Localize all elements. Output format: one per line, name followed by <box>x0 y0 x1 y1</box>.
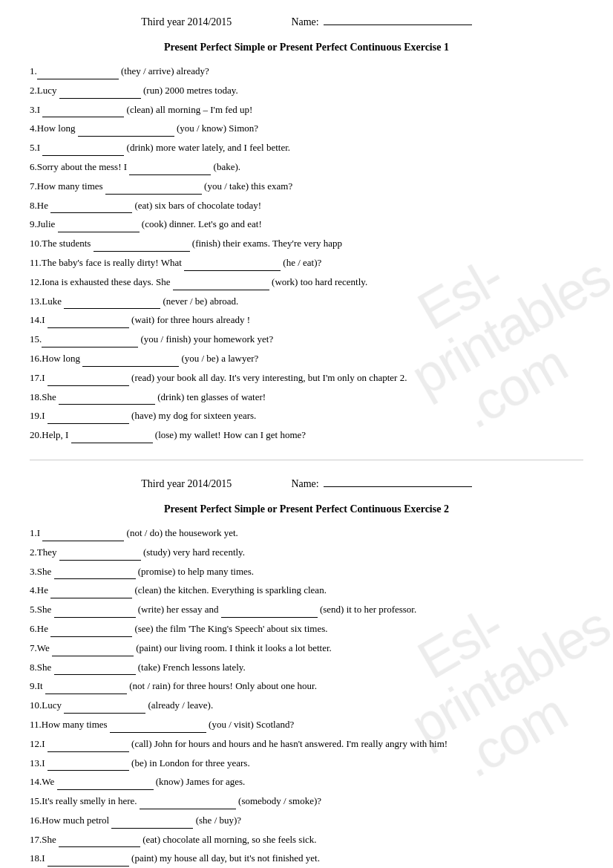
line-7: 7.How many times (you / take) this exam? <box>30 179 583 195</box>
ex2-line-8: 8.She (take) French lessons lately. <box>30 660 583 676</box>
ex2-line-4: 4.He (clean) the kitchen. Everything is … <box>30 583 583 598</box>
exercise2-title: Present Perfect Simple or Present Perfec… <box>30 503 583 515</box>
ex2-line-1: 1.I (not / do) the housework yet. <box>30 526 583 541</box>
ex2-line-16: 16.How much petrol (she / buy)? <box>30 813 583 829</box>
ex2-blank-9-1 <box>45 685 127 694</box>
blank-14-1 <box>47 319 129 328</box>
blank-9-1 <box>58 223 140 232</box>
ex2-blank-5-1 <box>54 608 136 618</box>
ex2-blank-13-1 <box>47 761 129 771</box>
blank-18-1 <box>59 395 155 405</box>
blank-20-1 <box>71 434 153 443</box>
blank-13-1 <box>64 299 160 309</box>
ex2-blank-16-1 <box>111 819 193 829</box>
ex2-blank-3-1 <box>54 570 136 579</box>
line-12: 12.Iona is exhausted these days. She (wo… <box>30 275 583 290</box>
ex2-blank-1-1 <box>42 532 124 541</box>
ex2-blank-12-1 <box>47 743 129 752</box>
header1-name-line <box>324 15 472 25</box>
line-9: 9.Julie (cook) dinner. Let's go and eat! <box>30 217 583 232</box>
blank-19-1 <box>47 414 129 424</box>
ex2-blank-6-1 <box>50 627 132 637</box>
blank-11-1 <box>184 261 281 271</box>
ex2-blank-5-2 <box>221 608 318 618</box>
ex2-line-10: 10.Lucy (already / leave). <box>30 698 583 714</box>
blank-5-1 <box>42 146 124 156</box>
ex2-line-12: 12.I (call) John for hours and hours and… <box>30 737 583 752</box>
blank-15-1 <box>42 338 138 347</box>
blank-4-1 <box>78 127 174 137</box>
line-15: 15. (you / finish) your homework yet? <box>30 332 583 347</box>
line-2: 2.Lucy (run) 2000 metres today. <box>30 83 583 99</box>
blank-7-1 <box>105 185 202 195</box>
ex2-blank-15-1 <box>140 800 236 809</box>
line-1: 1. (they / arrive) already? <box>30 64 583 79</box>
exercise1-title: Present Perfect Simple or Present Perfec… <box>30 42 583 53</box>
blank-10-1 <box>94 242 190 252</box>
ex2-blank-4-1 <box>50 589 132 598</box>
line-6: 6.Sorry about the mess! I (bake). <box>30 160 583 175</box>
blank-6-1 <box>129 166 211 175</box>
ex2-line-5: 5.She (write) her essay and (send) it to… <box>30 602 583 618</box>
ex2-blank-2-1 <box>59 551 141 561</box>
line-18: 18.She (drink) ten glasses of water! <box>30 390 583 405</box>
line-14: 14.I (wait) for three hours already ! <box>30 313 583 328</box>
line-3: 3.I (clean) all morning – I'm fed up! <box>30 102 583 118</box>
line-17: 17.I (read) your book all day. It's very… <box>30 371 583 386</box>
header1: Third year 2014/2015 Name: <box>30 15 583 28</box>
ex2-line-7: 7.We (paint) our living room. I think it… <box>30 641 583 656</box>
line-19: 19.I (have) my dog for sixteen years. <box>30 408 583 424</box>
line-4: 4.How long (you / know) Simon? <box>30 121 583 137</box>
ex2-line-18: 18.I (paint) my house all day, but it's … <box>30 851 583 867</box>
blank-16-1 <box>82 357 179 367</box>
ex2-blank-7-1 <box>52 647 134 656</box>
line-5: 5.I (drink) more water lately, and I fee… <box>30 140 583 156</box>
line-13: 13.Luke (never / be) abroad. <box>30 294 583 310</box>
header2-title: Third year 2014/2015 <box>141 478 232 490</box>
ex2-line-11: 11.How many times (you / visit) Scotland… <box>30 717 583 733</box>
section-divider <box>30 460 583 460</box>
blank-3-1 <box>42 108 124 117</box>
line-16: 16.How long (you / be) a lawyer? <box>30 351 583 367</box>
header1-name-label: Name: <box>291 16 318 28</box>
header1-title: Third year 2014/2015 <box>141 16 232 28</box>
header2-name: Name: <box>291 477 471 490</box>
header2: Third year 2014/2015 Name: <box>30 477 583 490</box>
ex2-blank-8-1 <box>54 665 136 675</box>
ex2-blank-18-1 <box>47 857 129 867</box>
ex2-line-15: 15.It's really smelly in here. (somebody… <box>30 794 583 809</box>
header2-name-label: Name: <box>291 478 318 490</box>
ex2-line-13: 13.I (be) in London for three years. <box>30 756 583 771</box>
ex2-line-9: 9.It (not / rain) for three hours! Only … <box>30 679 583 694</box>
ex2-blank-17-1 <box>59 838 140 847</box>
ex2-line-2: 2.They (study) very hard recently. <box>30 545 583 561</box>
line-11: 11.The baby's face is really dirty! What… <box>30 255 583 271</box>
line-20: 20.Help, I (lose) my wallet! How can I g… <box>30 428 583 443</box>
ex2-line-3: 3.She (promise) to help many times. <box>30 564 583 580</box>
ex2-blank-14-1 <box>57 780 154 790</box>
exercise2-section: 1.I (not / do) the housework yet. 2.They… <box>30 526 583 868</box>
blank-17-1 <box>47 376 129 386</box>
page: Third year 2014/2015 Name: Present Perfe… <box>30 15 583 868</box>
line-10: 10.The students (finish) their exams. Th… <box>30 236 583 252</box>
blank-8-1 <box>50 203 132 213</box>
ex2-blank-11-1 <box>110 723 206 733</box>
header2-name-line <box>324 477 472 487</box>
ex2-line-6: 6.He (see) the film 'The King's Speech' … <box>30 621 583 637</box>
blank-12-1 <box>173 281 269 290</box>
blank-1-1 <box>37 70 119 79</box>
blank-2-1 <box>59 89 141 99</box>
ex2-blank-10-1 <box>64 704 145 714</box>
line-8: 8.He (eat) six bars of chocolate today! <box>30 198 583 214</box>
exercise1-section: 1. (they / arrive) already? 2.Lucy (run)… <box>30 64 583 443</box>
ex2-line-17: 17.She (eat) chocolate all morning, so s… <box>30 832 583 848</box>
header1-name: Name: <box>291 15 471 28</box>
ex2-line-14: 14.We (know) James for ages. <box>30 774 583 790</box>
